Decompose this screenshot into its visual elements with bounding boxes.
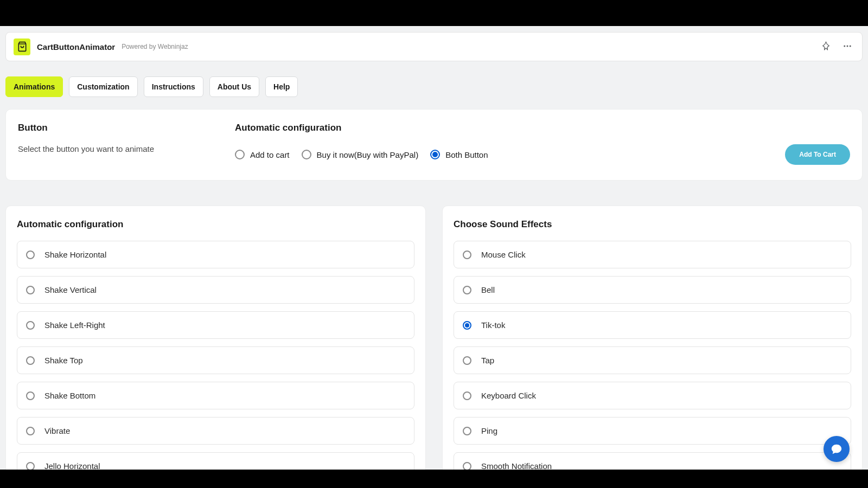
tab-animations[interactable]: Animations	[5, 76, 63, 97]
app-header-bar: CartButtonAnimator Powered by Webninjaz	[5, 32, 863, 61]
svg-point-1	[847, 45, 848, 47]
shopping-bag-icon	[17, 41, 28, 52]
tab-customization[interactable]: Customization	[69, 76, 137, 97]
radio-icon	[463, 356, 471, 365]
sound-option[interactable]: Tap	[454, 346, 851, 374]
panels-row: Automatic configuration Shake Horizontal…	[5, 206, 863, 470]
radio-label: Buy it now(Buy with PayPal)	[317, 150, 419, 159]
radio-icon	[235, 150, 245, 159]
sound-option-label: Mouse Click	[481, 250, 526, 259]
powered-by: Powered by Webninjaz	[122, 43, 188, 50]
dots-horizontal-icon	[843, 41, 852, 51]
animation-panel: Automatic configuration Shake Horizontal…	[5, 206, 426, 470]
app-title: CartButtonAnimator	[37, 42, 115, 52]
animation-option-label: Jello Horizontal	[44, 461, 100, 470]
radio-icon	[26, 427, 35, 435]
sound-option-label: Tik-tok	[481, 320, 505, 330]
sound-option[interactable]: Smooth Notification	[454, 452, 851, 470]
button-section-title: Button	[18, 123, 213, 133]
radio-icon	[463, 321, 471, 330]
chat-bubble-button[interactable]	[824, 436, 850, 462]
animation-option[interactable]: Shake Horizontal	[17, 241, 414, 268]
animation-option-label: Shake Left-Right	[44, 320, 105, 330]
pin-button[interactable]	[819, 39, 833, 54]
app-logo	[14, 38, 30, 55]
radio-icon	[26, 356, 35, 365]
sound-panel: Choose Sound Effects Mouse ClickBellTik-…	[442, 206, 863, 470]
tabs-row: AnimationsCustomizationInstructionsAbout…	[5, 76, 863, 97]
svg-point-0	[844, 45, 845, 47]
sound-option-label: Keyboard Click	[481, 391, 536, 400]
radio-icon	[26, 286, 35, 294]
animation-option[interactable]: Shake Top	[17, 346, 414, 374]
animation-option[interactable]: Vibrate	[17, 417, 414, 445]
app-wrapper: CartButtonAnimator Powered by Webninjaz …	[0, 26, 868, 470]
animation-option-list: Shake HorizontalShake VerticalShake Left…	[17, 241, 414, 470]
button-section-desc: Select the button you want to animate	[18, 144, 213, 153]
sound-option[interactable]: Keyboard Click	[454, 382, 851, 409]
animation-option-label: Shake Vertical	[44, 285, 97, 294]
radio-label: Add to cart	[250, 150, 290, 159]
animation-option-label: Shake Horizontal	[44, 250, 106, 259]
radio-label: Both Button	[445, 150, 488, 159]
radio-icon	[463, 462, 471, 470]
radio-icon	[463, 286, 471, 294]
sound-option-label: Tap	[481, 356, 494, 365]
preview-add-to-cart-button[interactable]: Add To Cart	[785, 144, 850, 165]
radio-icon	[26, 251, 35, 259]
animation-option[interactable]: Jello Horizontal	[17, 452, 414, 470]
sound-option-label: Smooth Notification	[481, 461, 552, 470]
tab-instructions[interactable]: Instructions	[144, 76, 203, 97]
sound-option[interactable]: Ping	[454, 417, 851, 445]
radio-icon	[26, 321, 35, 330]
auto-config-title: Automatic configuration	[235, 123, 850, 133]
sound-panel-title: Choose Sound Effects	[454, 219, 851, 230]
button-section: Button Select the button you want to ani…	[18, 123, 213, 153]
sound-option[interactable]: Bell	[454, 276, 851, 304]
animation-option-label: Shake Bottom	[44, 391, 95, 400]
auto-config-radio-row: Add to cartBuy it now(Buy with PayPal)Bo…	[235, 144, 850, 165]
sound-option[interactable]: Tik-tok	[454, 311, 851, 339]
sound-option[interactable]: Mouse Click	[454, 241, 851, 268]
radio-icon	[463, 251, 471, 259]
animation-panel-title: Automatic configuration	[17, 219, 414, 230]
pin-icon	[821, 41, 831, 50]
auto-config-section: Automatic configuration Add to cartBuy i…	[235, 123, 850, 165]
sound-option-label: Ping	[481, 426, 497, 435]
chat-icon	[831, 443, 843, 455]
button-config-card: Button Select the button you want to ani…	[5, 109, 863, 181]
sound-option-list: Mouse ClickBellTik-tokTapKeyboard ClickP…	[454, 241, 851, 470]
header-right	[819, 39, 854, 55]
radio-icon	[26, 391, 35, 400]
animation-option-label: Shake Top	[44, 356, 83, 365]
animation-option[interactable]: Shake Left-Right	[17, 311, 414, 339]
button-choice-radio[interactable]: Add to cart	[235, 150, 290, 159]
radio-icon	[463, 391, 471, 400]
header-left: CartButtonAnimator Powered by Webninjaz	[14, 38, 188, 55]
sound-option-label: Bell	[481, 285, 495, 294]
radio-icon	[463, 427, 471, 435]
radio-icon	[26, 462, 35, 470]
svg-point-2	[850, 45, 851, 47]
button-choice-radio[interactable]: Both Button	[430, 150, 488, 159]
animation-option[interactable]: Shake Vertical	[17, 276, 414, 304]
animation-option-label: Vibrate	[44, 426, 70, 435]
radio-icon	[302, 150, 311, 159]
button-choice-radio[interactable]: Buy it now(Buy with PayPal)	[302, 150, 419, 159]
more-button[interactable]	[840, 39, 854, 55]
tab-about-us[interactable]: About Us	[209, 76, 259, 97]
tab-help[interactable]: Help	[265, 76, 298, 97]
radio-icon	[430, 150, 440, 159]
animation-option[interactable]: Shake Bottom	[17, 382, 414, 409]
